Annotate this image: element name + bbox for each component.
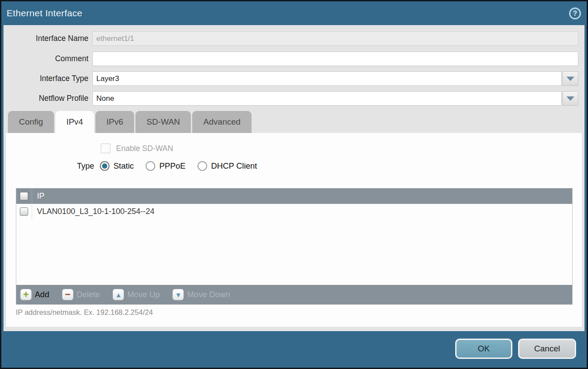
interface-name-field: ethernet1/1: [92, 31, 578, 46]
type-row: Type Static PPPoE DHCP Client: [6, 161, 257, 171]
radio-dhcp-client[interactable]: [197, 161, 207, 171]
minus-icon: −: [62, 289, 73, 300]
tab-bar: Config IPv4 IPv6 SD-WAN Advanced: [8, 111, 252, 134]
dialog-title: Ethernet Interface: [7, 1, 82, 25]
ip-table-toolbar: + Add − Delete ▲ Move Up ▼: [16, 285, 572, 304]
radio-static[interactable]: [100, 161, 110, 171]
arrow-down-icon: ▼: [172, 289, 184, 300]
row-checkbox[interactable]: [20, 207, 28, 216]
delete-button-label: Delete: [77, 290, 100, 299]
interface-name-row: Interface Name ethernet1/1: [4, 31, 578, 46]
netflow-profile-row: Netflow Profile None: [4, 91, 578, 106]
move-up-button[interactable]: ▲ Move Up: [113, 289, 160, 300]
row-checkbox-cell: [16, 204, 32, 219]
netflow-profile-select[interactable]: None: [92, 91, 562, 106]
comment-row: Comment: [4, 52, 578, 66]
tab-config[interactable]: Config: [8, 111, 54, 133]
move-up-button-label: Move Up: [127, 290, 160, 299]
chevron-down-icon: [566, 77, 574, 81]
enable-sdwan-row: Enable SD-WAN: [101, 144, 173, 153]
tab-ipv6[interactable]: IPv6: [95, 111, 134, 133]
radio-static-label: Static: [113, 161, 134, 171]
tab-sdwan[interactable]: SD-WAN: [135, 111, 191, 133]
delete-button[interactable]: − Delete: [62, 289, 100, 300]
move-down-button[interactable]: ▼ Move Down: [172, 289, 230, 300]
radio-pppoe[interactable]: [146, 161, 155, 171]
move-down-button-label: Move Down: [187, 290, 230, 299]
ip-table-body: VLAN0100_L3_10-1-100-254--24: [16, 204, 572, 285]
ip-format-hint: IP address/netmask. Ex. 192.168.2.254/24: [16, 308, 153, 317]
tab-advanced[interactable]: Advanced: [192, 111, 252, 133]
ethernet-interface-dialog: Ethernet Interface ? Interface Name ethe…: [0, 0, 588, 369]
arrow-up-icon: ▲: [113, 289, 124, 300]
radio-pppoe-label: PPPoE: [159, 161, 186, 171]
type-label: Type: [6, 162, 94, 171]
netflow-profile-label: Netflow Profile: [4, 91, 92, 106]
comment-input[interactable]: [92, 52, 578, 66]
plus-icon: +: [20, 289, 32, 300]
table-row[interactable]: VLAN0100_L3_10-1-100-254--24: [16, 204, 572, 219]
select-all-cell: [16, 188, 32, 204]
radio-dhcp-client-label: DHCP Client: [211, 161, 257, 171]
ok-button[interactable]: OK: [455, 339, 512, 359]
help-icon[interactable]: ?: [569, 7, 581, 19]
dialog-frame: Ethernet Interface ? Interface Name ethe…: [1, 1, 587, 368]
row-ip-value: VLAN0100_L3_10-1-100-254--24: [32, 207, 154, 216]
interface-type-label: Interface Type: [4, 71, 92, 86]
chevron-down-icon: [566, 96, 574, 101]
interface-type-row: Interface Type Layer3: [4, 71, 578, 86]
ipv4-tab-panel: Enable SD-WAN Type Static PPPoE DHCP Cli…: [6, 133, 582, 327]
netflow-profile-dropdown-button[interactable]: [562, 91, 578, 106]
add-button-label: Add: [35, 290, 49, 299]
enable-sdwan-checkbox[interactable]: [101, 144, 110, 153]
ip-table: IP VLAN0100_L3_10-1-100-254--24 +: [16, 188, 573, 305]
interface-type-select[interactable]: Layer3: [92, 71, 562, 86]
ip-table-header: IP: [16, 188, 572, 204]
interface-name-label: Interface Name: [4, 31, 92, 46]
select-all-checkbox[interactable]: [20, 192, 28, 200]
comment-label: Comment: [4, 52, 92, 66]
enable-sdwan-label: Enable SD-WAN: [116, 144, 173, 153]
tab-ipv4[interactable]: IPv4: [55, 111, 94, 134]
add-button[interactable]: + Add: [20, 289, 49, 300]
cancel-button[interactable]: Cancel: [518, 339, 576, 359]
ip-column-header: IP: [32, 192, 44, 201]
interface-type-dropdown-button[interactable]: [562, 71, 578, 86]
dialog-body: Interface Name ethernet1/1 Comment Inter…: [4, 25, 584, 331]
title-bar: Ethernet Interface ?: [1, 1, 587, 25]
